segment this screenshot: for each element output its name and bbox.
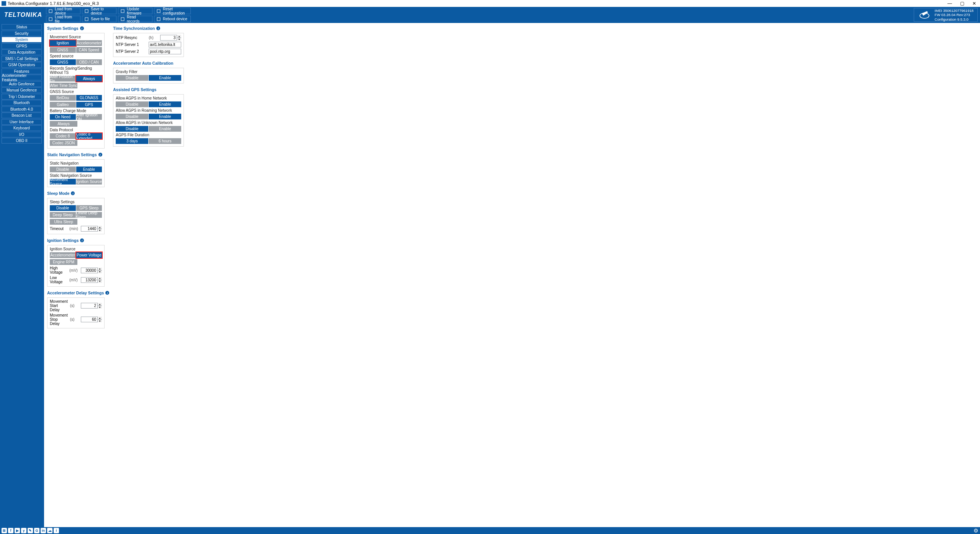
spinner-down[interactable]: ▼	[98, 229, 102, 232]
toggle-glonass[interactable]: GLONASS	[76, 95, 102, 101]
minimize-button[interactable]: —	[947, 1, 952, 6]
toggle-gps[interactable]: GPS	[76, 102, 102, 108]
toggle-disable[interactable]: Disable	[116, 101, 148, 107]
spinner-down[interactable]: ▼	[98, 271, 102, 273]
toggle-enable[interactable]: Enable	[149, 114, 181, 119]
sidebar-item-accelerometer-features[interactable]: Accelerometer Features	[2, 75, 42, 80]
sidebar-item-bluetooth-4-0[interactable]: Bluetooth 4.0	[2, 106, 42, 112]
sidebar-item-obd-ii[interactable]: OBD II	[2, 138, 42, 144]
sidebar-item-security[interactable]: Security	[2, 31, 42, 36]
spinner-up[interactable]: ▲	[177, 35, 181, 38]
toggle-6-hours[interactable]: 6 hours	[149, 138, 181, 144]
toggle-codec-8[interactable]: Codec 8	[50, 133, 76, 139]
close-button[interactable]: ✕	[972, 1, 977, 6]
sidebar-item-manual-geofence[interactable]: Manual Geofence	[2, 87, 42, 93]
settings-gear-icon[interactable]: ⚙	[973, 527, 978, 534]
spinner-down[interactable]: ▼	[98, 320, 102, 322]
toggle-after-position-fix[interactable]: After Position Fix	[50, 76, 76, 82]
sidebar-item-sms-call-settings[interactable]: SMS \ Call Settings	[2, 56, 42, 62]
toggle-obd-can[interactable]: OBD / CAN	[76, 59, 102, 65]
toggle-ignition-source[interactable]: Ignition Source	[76, 179, 102, 185]
toggle-enable[interactable]: Enable	[149, 126, 181, 132]
sidebar-item-auto-geofence[interactable]: Auto Geofence	[2, 81, 42, 87]
sidebar-item-system[interactable]: System	[2, 37, 42, 42]
spinner-up[interactable]: ▲	[98, 317, 102, 320]
sidebar-item-trip-odometer[interactable]: Trip \ Odometer	[2, 94, 42, 100]
info-icon[interactable]: i	[80, 238, 84, 242]
maximize-button[interactable]: ▢	[959, 1, 965, 6]
toggle-enable[interactable]: Enable	[149, 75, 181, 81]
toggle-enable[interactable]: Enable	[149, 101, 181, 107]
spinner-up[interactable]: ▲	[98, 268, 102, 271]
toggle-disable[interactable]: Disable	[50, 205, 76, 211]
footer-social-icon-1[interactable]: f	[8, 528, 13, 533]
spinner-up[interactable]: ▲	[98, 226, 102, 229]
sidebar-item-bluetooth[interactable]: Bluetooth	[2, 100, 42, 106]
sidebar-item-i-o[interactable]: I/O	[2, 132, 42, 137]
sidebar-item-keyboard[interactable]: Keyboard	[2, 125, 42, 131]
toggle-engine-rpm[interactable]: Engine RPM	[50, 259, 77, 265]
footer-social-icon-0[interactable]: ⊞	[2, 528, 7, 533]
toggle-can-speed[interactable]: CAN Speed	[76, 47, 102, 53]
sidebar-item-beacon-list[interactable]: Beacon List	[2, 113, 42, 118]
footer-social-icon-3[interactable]: y	[21, 528, 26, 533]
footer-social-icon-5[interactable]: G	[34, 528, 39, 533]
info-icon[interactable]: i	[80, 26, 84, 30]
sidebar-item-gprs[interactable]: GPRS	[2, 43, 42, 49]
spinner-up[interactable]: ▲	[98, 303, 102, 306]
toggle-online-deep-sleep[interactable]: Online Deep Sleep	[76, 212, 102, 218]
toggle-3-days[interactable]: 3 days	[116, 138, 148, 144]
sidebar-item-status[interactable]: Status	[2, 24, 42, 30]
sidebar-item-gsm-operators[interactable]: GSM Operators	[2, 62, 42, 68]
toggle-always[interactable]: Always	[76, 76, 102, 82]
footer-social-icon-7[interactable]: ☁	[47, 528, 52, 533]
spinner-down[interactable]: ▼	[177, 38, 181, 41]
sidebar-item-data-acquisition[interactable]: Data Acquisition	[2, 49, 42, 55]
footer-social-icon-8[interactable]: i	[54, 528, 59, 533]
reboot-device-button[interactable]: Reboot device	[154, 16, 191, 22]
toggle-power-voltage[interactable]: Power Voltage	[76, 252, 102, 258]
spinner-down[interactable]: ▼	[98, 306, 102, 309]
info-icon[interactable]: i	[98, 153, 102, 157]
save-to-file-button[interactable]: Save to file	[82, 16, 116, 22]
sidebar-item-user-interface[interactable]: User Interface	[2, 119, 42, 125]
ntp-server-2-input[interactable]	[149, 49, 181, 54]
toggle-disable[interactable]: Disable	[116, 126, 148, 132]
toggle-disable[interactable]: Disable	[50, 167, 76, 172]
info-icon[interactable]: i	[71, 191, 75, 195]
toggle-accelerometer[interactable]: Accelerometer	[50, 252, 76, 258]
toggle-enable[interactable]: Enable	[76, 167, 102, 172]
toggle-gps-sleep[interactable]: GPS Sleep	[76, 205, 102, 211]
toggle-movement-source[interactable]: Movement Source	[50, 179, 76, 185]
toggle-always[interactable]: Always	[50, 121, 77, 127]
load-from-device-button[interactable]: Load from device	[46, 8, 80, 14]
toggle-galileo[interactable]: Galileo	[50, 102, 76, 108]
spinner-down[interactable]: ▼	[98, 280, 102, 283]
toggle-after-ignition-on[interactable]: After Ignition ON	[76, 114, 102, 120]
toggle-ultra-sleep[interactable]: Ultra Sleep	[50, 219, 77, 225]
toggle-gnss[interactable]: GNSS	[50, 47, 76, 53]
toggle-disable[interactable]: Disable	[116, 75, 148, 81]
spinner-up[interactable]: ▲	[98, 277, 102, 280]
toggle-on-need[interactable]: On Need	[50, 114, 76, 120]
toggle-disable[interactable]: Disable	[116, 114, 148, 119]
toggle-deep-sleep[interactable]: Deep Sleep	[50, 212, 76, 218]
toggle-accelerometer[interactable]: Accelerometer	[76, 40, 102, 46]
footer-social-icon-2[interactable]: ▶	[15, 528, 20, 533]
load-from-file-button[interactable]: Load from file	[46, 16, 80, 22]
ntp-server-1-input[interactable]	[149, 42, 181, 47]
footer-social-icon-6[interactable]: in	[41, 528, 46, 533]
update-firmware-button[interactable]: Update firmware	[118, 8, 152, 14]
info-icon[interactable]: i	[105, 291, 109, 295]
toggle-gnss[interactable]: GNSS	[50, 59, 76, 65]
toggle-codec-json[interactable]: Codec JSON	[50, 140, 77, 146]
toggle-ignition[interactable]: Ignition	[50, 40, 76, 46]
toggle-beidou[interactable]: BeiDou	[50, 95, 76, 101]
save-to-device-button[interactable]: Save to device	[82, 8, 116, 14]
read-records-button[interactable]: Read records	[118, 16, 152, 22]
footer-social-icon-4[interactable]: ✎	[28, 528, 33, 533]
toggle-after-time-sync[interactable]: After Time Sync	[50, 83, 77, 88]
info-icon[interactable]: i	[156, 26, 160, 30]
reset-configuration-button[interactable]: Reset configuration	[154, 8, 191, 14]
toggle-codec-8-extended[interactable]: Codec 8 Extended	[76, 133, 102, 139]
